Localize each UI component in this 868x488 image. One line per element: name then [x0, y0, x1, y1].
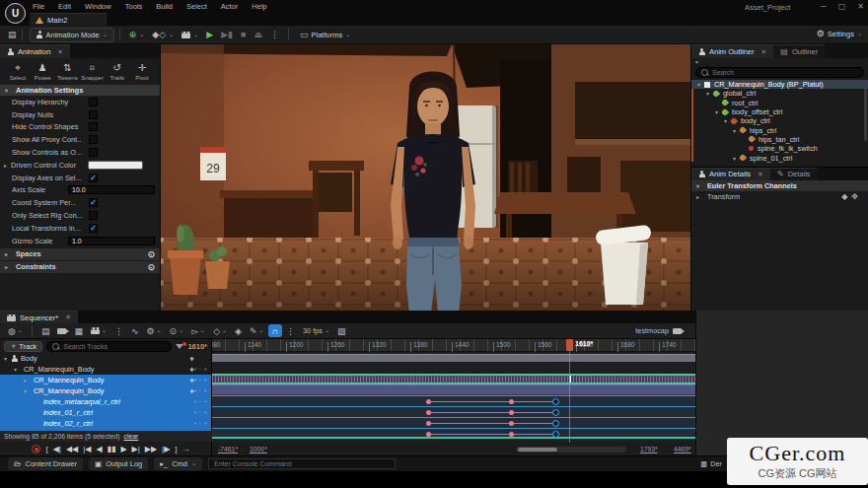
animation-mode-dropdown[interactable]: Animation Mode⌄ — [30, 28, 114, 42]
lane-CR_Mannequin_Body[interactable] — [212, 374, 695, 384]
mode-button-select[interactable]: ⌖Select — [6, 63, 30, 81]
tab-outliner[interactable]: ▤ Outliner — [773, 44, 825, 58]
track-index_metacarpal_r_ctrl[interactable]: index_metacarpal_r_ctrl＋◦＋ — [0, 396, 211, 407]
selected-keyframe[interactable] — [552, 431, 559, 438]
fps-dropdown[interactable]: 30 fps⌄ — [299, 326, 333, 335]
track-index_02_r_ctrl[interactable]: index_02_r_ctrl＋◦＋ — [0, 418, 211, 429]
blueprints-icon[interactable]: ◆◇⌄ — [148, 28, 178, 41]
tree-item-hips_tan_ctrl[interactable]: hips_tan_ctrl — [691, 135, 868, 144]
playback-options-icon[interactable]: ▻⌄ — [187, 326, 209, 336]
maximize-button[interactable]: ▢ — [838, 2, 846, 11]
keyframe[interactable] — [426, 432, 431, 437]
tab-anim-details[interactable]: Anim Details ✕ — [691, 168, 770, 180]
tab-anim-outliner[interactable]: Anim Outliner ✕ — [691, 44, 773, 58]
track-key-buttons[interactable]: ＋◦＋ — [192, 397, 209, 406]
close-tab-icon[interactable]: ✕ — [758, 171, 763, 178]
lane-index_01_r_ctrl[interactable] — [212, 406, 695, 417]
track-index_01_r_ctrl[interactable]: index_01_r_ctrl＋◦＋ — [0, 407, 211, 418]
close-button[interactable]: ✕ — [857, 2, 864, 11]
euler-transform-channels-header[interactable]: ▾Euler Transform Channels — [691, 180, 868, 191]
range-start-bracket[interactable]: [ — [45, 445, 47, 453]
range-end-bracket[interactable]: ] — [175, 445, 177, 453]
setting-input[interactable] — [68, 185, 155, 194]
track-key-buttons[interactable]: ＋◦＋ — [192, 386, 209, 395]
tree-item-root_ctrl[interactable]: root_ctrl — [691, 99, 868, 107]
keyframe[interactable] — [426, 399, 431, 404]
record-button[interactable] — [32, 445, 40, 453]
section-constraints[interactable]: ▸Constraints⊙ — [0, 261, 160, 273]
menu-help[interactable]: Help — [252, 2, 266, 11]
loop-mode-button[interactable]: → — [182, 445, 190, 453]
skip-button[interactable]: ▶▮ — [217, 28, 237, 41]
outliner-search-input[interactable] — [712, 69, 858, 76]
curve-editor-icon[interactable]: ∿ — [127, 326, 143, 336]
tab-animation[interactable]: Animation ✕ — [0, 44, 70, 58]
save-icon[interactable]: ▤ — [8, 30, 17, 39]
edit-options-icon[interactable]: ✎⌄ — [246, 326, 268, 336]
view-options-icon[interactable]: ⊙⌄ — [166, 326, 188, 336]
track-key-buttons[interactable]: ＋◦＋ — [192, 365, 209, 374]
tab-main2[interactable]: Main2 — [30, 13, 107, 26]
transform-row[interactable]: ▸Transform ◆✥ — [691, 191, 868, 202]
menu-tools[interactable]: Tools — [125, 2, 143, 11]
menu-edit[interactable]: Edit — [58, 2, 71, 11]
step-forward-button[interactable]: ▶| — [132, 445, 140, 453]
sequence-name[interactable]: testmocap — [635, 326, 682, 335]
lane-index_03_r_ctrl[interactable] — [212, 428, 695, 439]
tab-sequencer[interactable]: Sequencer* ✕ — [0, 311, 78, 323]
selected-keyframe[interactable] — [552, 420, 559, 427]
next-key-button[interactable]: ▶▶ — [145, 445, 157, 453]
setting-input[interactable] — [68, 237, 155, 245]
track-key-buttons[interactable]: ＋◦＋ — [192, 408, 209, 417]
tree-item-hips_ctrl[interactable]: ▾hips_ctrl — [691, 125, 868, 134]
checkbox[interactable] — [89, 122, 98, 131]
level-viewport[interactable]: 29 — [161, 44, 690, 314]
outliner-view-options[interactable]: ▾ — [691, 58, 868, 65]
snap-more-icon[interactable]: ⋮ — [282, 326, 299, 336]
checkbox[interactable] — [89, 98, 98, 106]
playhead-marker[interactable] — [566, 339, 573, 351]
render-movie-icon[interactable]: ▦ — [70, 326, 87, 336]
tree-item-global_ctrl[interactable]: ▾global_ctrl — [691, 89, 868, 98]
play-button[interactable]: ▶ — [120, 445, 126, 453]
current-frame-value[interactable]: 1610* — [187, 342, 207, 351]
stop-button[interactable]: ■ — [237, 28, 250, 41]
snap-magnet-icon[interactable]: ∩ — [268, 324, 282, 337]
view-range-start[interactable]: -7461* — [218, 446, 238, 453]
cinematics-icon[interactable]: ⌄ — [178, 30, 202, 40]
mode-button-snapper[interactable]: ⌗Snapper — [81, 63, 105, 81]
keyframe-options-icon[interactable]: ◇⌄ — [209, 326, 231, 336]
menu-window[interactable]: Window — [85, 2, 111, 11]
working-range-end[interactable]: 1793* — [640, 446, 658, 453]
section-gear-icon[interactable]: ⊙ — [147, 262, 155, 272]
track-key-buttons[interactable]: ＋◦＋ — [192, 419, 209, 428]
save-sequence-icon[interactable]: ▤ — [37, 326, 54, 336]
world-options-icon[interactable]: ◍⌄ — [4, 326, 27, 336]
menu-file[interactable]: File — [33, 2, 44, 11]
actions-icon[interactable]: ⚙⌄ — [143, 326, 166, 336]
lane-Body[interactable] — [212, 352, 695, 363]
keyframe[interactable] — [426, 421, 431, 426]
output-log-button[interactable]: ▣ Output Log — [89, 457, 148, 470]
animation-settings-header[interactable]: ▾Animation Settings — [0, 85, 160, 96]
add-actor-icon[interactable]: ⊕⌄ — [125, 28, 149, 41]
settings-dropdown[interactable]: ⚙ Settings⌄ — [817, 29, 862, 38]
checkbox[interactable] — [89, 148, 98, 157]
outliner-search[interactable] — [695, 67, 864, 78]
create-camera-icon[interactable] — [53, 328, 70, 334]
to-end-button[interactable]: |▶ — [162, 445, 170, 453]
section-spaces[interactable]: ▸Spaces⊙ — [0, 248, 160, 260]
play-button[interactable]: ▶ — [202, 28, 217, 41]
tree-item-body_ctrl[interactable]: ▾body_ctrl — [691, 116, 868, 125]
timeline-scrollbar[interactable] — [516, 447, 626, 453]
platforms-dropdown[interactable]: ▭ Platforms⌄ — [294, 28, 356, 41]
play-reverse-button[interactable]: ◀ — [96, 445, 102, 453]
close-tab-icon[interactable]: ✕ — [760, 48, 766, 56]
keyframe[interactable] — [509, 410, 514, 415]
hand-icon[interactable]: ✥ — [851, 192, 862, 201]
more-options-icon[interactable]: ⋮ — [266, 28, 283, 41]
console-command-input[interactable] — [208, 458, 396, 469]
checkbox[interactable] — [89, 135, 98, 144]
keyframe[interactable] — [509, 399, 514, 404]
view-range-end[interactable]: 4469* — [674, 446, 691, 453]
